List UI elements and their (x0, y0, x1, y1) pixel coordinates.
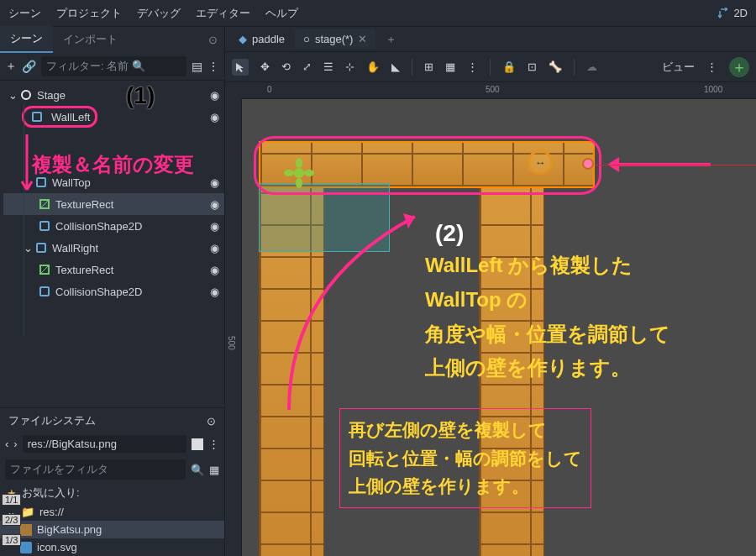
visibility-icon[interactable]: ◉ (210, 133, 219, 145)
fs-file-label: BigKatsu.png (37, 523, 102, 536)
search-icon: 🔍 (191, 464, 204, 476)
favorites-row[interactable]: ★ お気に入り: (0, 483, 224, 503)
scale-tool[interactable]: ⤢ (302, 60, 312, 73)
link-icon[interactable]: 🔗 (22, 60, 36, 73)
view-menu-button[interactable]: ビュー (662, 60, 695, 75)
fs-file-item[interactable]: BigKatsu.png (0, 521, 224, 538)
node-icon (18, 87, 34, 102)
menu-editor[interactable]: エディター (196, 6, 250, 21)
staticbody-icon (29, 109, 45, 124)
staticbody-icon (34, 240, 49, 255)
node-label: Stage (37, 89, 66, 102)
menu-help[interactable]: ヘルプ (265, 6, 298, 21)
add-node-button[interactable]: ＋ (5, 59, 17, 74)
tree-node-wallleft[interactable]: WallLeft ◉ (3, 106, 224, 128)
separator (412, 59, 412, 76)
node-label: WallRight (52, 242, 98, 254)
grid-icon[interactable]: ▦ (445, 60, 455, 73)
folder-icon: 📁 (21, 506, 34, 518)
rotate-tool[interactable]: ⟲ (281, 60, 291, 73)
curved-arrow-icon (272, 200, 440, 418)
pivot-tool[interactable]: ⊹ (345, 60, 354, 73)
badge: 2/3 (2, 514, 21, 526)
texturerect-icon (37, 131, 52, 146)
menu-project[interactable]: プロジェクト (56, 6, 122, 21)
visibility-icon[interactable]: ◉ (210, 89, 219, 102)
node-label: WallTop (52, 176, 91, 189)
separator (574, 59, 575, 76)
move-tool[interactable]: ✥ (260, 60, 270, 73)
node-label: TextureRect (55, 198, 113, 211)
more-icon[interactable]: ⋮ (207, 60, 219, 73)
ruler-tool[interactable]: ◣ (391, 60, 400, 73)
pan-tool[interactable]: ✋ (366, 60, 380, 73)
more-icon[interactable]: ⋮ (208, 438, 219, 450)
close-icon[interactable]: ✕ (358, 33, 367, 45)
scene-filter-input[interactable]: フィルター: 名前 🔍 (41, 56, 186, 76)
snap-icon[interactable]: ⊞ (424, 60, 433, 73)
texturerect-icon (37, 262, 52, 277)
select-tool[interactable] (232, 59, 249, 76)
staticbody-icon (34, 175, 49, 190)
nav-back-button[interactable]: ‹ (5, 438, 8, 450)
badge: 1/1 (2, 494, 21, 506)
tree-node-wallright[interactable]: ⌄ WallRight ◉ (3, 237, 224, 259)
visibility-icon[interactable]: ◉ (210, 286, 219, 298)
annotation-text: WallLeft から複製した WallTop の 角度や幅・位置を調節して 上… (425, 249, 670, 386)
wall-right[interactable] (479, 141, 544, 556)
tree-node-collision[interactable]: CollisionShape2D ◉ (3, 149, 224, 171)
nav-forward-button[interactable]: › (13, 438, 17, 450)
node-label: CollisionShape2D (55, 155, 142, 167)
tree-node-texturerect[interactable]: TextureRect ◉ (3, 259, 224, 281)
tree-node-walltop[interactable]: ⌄ WallTop ◉ (3, 171, 224, 193)
ruler-corner (225, 82, 242, 99)
lock-icon[interactable]: 🔒 (502, 60, 516, 73)
grid-view-icon[interactable]: ▦ (209, 464, 219, 476)
visibility-icon[interactable]: ◉ (210, 264, 219, 276)
scene-tab-label: paddle (252, 33, 285, 45)
visibility-icon[interactable]: ◉ (210, 155, 219, 167)
tree-node-texturerect[interactable]: TextureRect ◉ (3, 193, 224, 215)
scene-tab-paddle[interactable]: ◆ paddle (230, 29, 293, 49)
add-button[interactable]: ＋ (729, 57, 749, 77)
scene-tab-label: stage(*) (315, 33, 354, 45)
group-icon[interactable]: ⊡ (528, 60, 537, 73)
canvas[interactable]: ↔ (2) WallLeft か (242, 99, 756, 556)
tree-node-collision[interactable]: CollisionShape2D ◉ (3, 215, 224, 237)
fs-file-item[interactable]: icon.svg (0, 538, 224, 556)
cloud-icon[interactable]: ☁ (586, 60, 597, 73)
chevron-down-icon[interactable]: ⌄ (7, 89, 18, 102)
list-tool[interactable]: ☰ (323, 60, 333, 73)
texturerect-icon (37, 197, 52, 212)
visibility-icon[interactable]: ◉ (210, 111, 219, 123)
file-filter-input[interactable]: ファイルをフィルタ (5, 459, 186, 480)
collision-icon (37, 284, 52, 299)
mode-2d-label: 2D (733, 7, 748, 19)
visibility-icon[interactable]: ◉ (210, 242, 219, 254)
viewport[interactable]: 0 500 1000 500 (225, 82, 756, 556)
bone-icon[interactable]: 🦴 (549, 60, 562, 73)
menu-scene[interactable]: シーン (8, 6, 41, 21)
tree-node-texturerect[interactable]: TextureRect ◉ (3, 128, 224, 149)
node-label: CollisionShape2D (55, 286, 142, 298)
pin-icon[interactable]: ⊙ (208, 34, 218, 46)
visibility-icon[interactable]: ◉ (210, 176, 219, 189)
tab-import[interactable]: インポート (53, 27, 128, 52)
tab-scene[interactable]: シーン (0, 26, 53, 53)
mode-2d-button[interactable]: 2D (718, 7, 748, 19)
tool-icon[interactable]: ▤ (192, 60, 202, 73)
visibility-icon[interactable]: ◉ (210, 198, 219, 211)
collision-icon (37, 218, 52, 233)
path-field[interactable]: res://BigKatsu.png (23, 435, 186, 453)
fs-root[interactable]: ⌄ 📁 res:// (0, 503, 224, 521)
scene-tab-stage[interactable]: ○ stage(*) ✕ (295, 29, 375, 49)
tree-node-stage[interactable]: ⌄ Stage ◉ (3, 84, 224, 106)
visibility-icon[interactable]: ◉ (210, 220, 219, 233)
menu-debug[interactable]: デバッグ (137, 6, 181, 21)
file-thumb-icon (20, 542, 32, 553)
new-scene-button[interactable]: ＋ (377, 29, 405, 50)
tree-node-collision[interactable]: CollisionShape2D ◉ (3, 281, 224, 302)
arrow-down-icon (20, 134, 34, 203)
pin-icon[interactable]: ⊙ (207, 415, 216, 427)
options-icon[interactable]: ⋮ (467, 60, 478, 73)
